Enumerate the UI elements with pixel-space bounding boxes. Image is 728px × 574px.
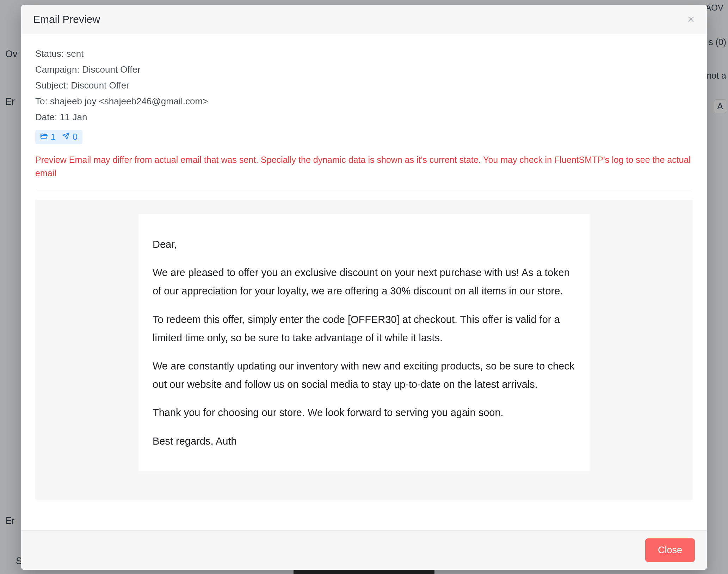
close-icon[interactable] — [687, 16, 695, 23]
email-preview-modal: Email Preview Status: sent Campaign: Dis… — [21, 5, 707, 570]
modal-footer: Close — [21, 530, 707, 570]
stat-opens-value: 1 — [51, 132, 56, 142]
bg-text-er: Er — [5, 96, 15, 107]
email-preview-container: Dear, We are pleased to offer you an exc… — [35, 200, 693, 500]
meta-date-label: Date: — [35, 112, 57, 122]
bg-text-s0: s (0) — [709, 37, 726, 47]
modal-header: Email Preview — [21, 5, 707, 34]
meta-to-value: shajeeb joy <shajeeb246@gmail.com> — [50, 96, 208, 106]
meta-date-value: 11 Jan — [60, 112, 87, 122]
send-icon — [62, 132, 70, 142]
meta-to-label: To: — [35, 96, 48, 106]
close-button[interactable]: Close — [645, 538, 695, 562]
warning-text: Preview Email may differ from actual ema… — [35, 153, 693, 190]
stat-clicks[interactable]: 0 — [62, 132, 78, 142]
meta-date: Date: 11 Jan — [35, 112, 693, 123]
stat-clicks-value: 0 — [73, 132, 78, 142]
email-greeting: Dear, — [153, 235, 575, 254]
email-signoff: Best regards, Auth — [153, 432, 575, 450]
stat-opens[interactable]: 1 — [40, 132, 56, 142]
meta-to: To: shajeeb joy <shajeeb246@gmail.com> — [35, 96, 693, 107]
email-paragraph-1: We are pleased to offer you an exclusive… — [153, 263, 575, 300]
folder-open-icon — [40, 132, 48, 142]
email-paragraph-3: We are constantly updating our inventory… — [153, 357, 575, 393]
email-paragraph-4: Thank you for choosing our store. We loo… — [153, 403, 575, 422]
meta-subject: Subject: Discount Offer — [35, 80, 693, 91]
email-preview-body: Dear, We are pleased to offer you an exc… — [138, 214, 590, 471]
meta-status-value: sent — [66, 48, 84, 59]
meta-campaign-label: Campaign: — [35, 64, 80, 75]
meta-campaign-value: Discount Offer — [82, 64, 141, 75]
meta-subject-label: Subject: — [35, 80, 68, 91]
bg-text-ov: Ov — [5, 49, 18, 60]
stats-row: 1 0 — [35, 130, 82, 144]
meta-subject-value: Discount Offer — [71, 80, 129, 91]
email-paragraph-2: To redeem this offer, simply enter the c… — [153, 310, 575, 347]
meta-status-label: Status: — [35, 48, 64, 59]
modal-title: Email Preview — [33, 13, 100, 25]
modal-body: Status: sent Campaign: Discount Offer Su… — [21, 34, 707, 530]
meta-campaign: Campaign: Discount Offer — [35, 64, 693, 75]
bg-text-a: A — [714, 99, 726, 113]
bg-text-nota: not a — [707, 71, 726, 81]
bg-text-er2: Er — [5, 515, 15, 526]
meta-status: Status: sent — [35, 48, 693, 59]
